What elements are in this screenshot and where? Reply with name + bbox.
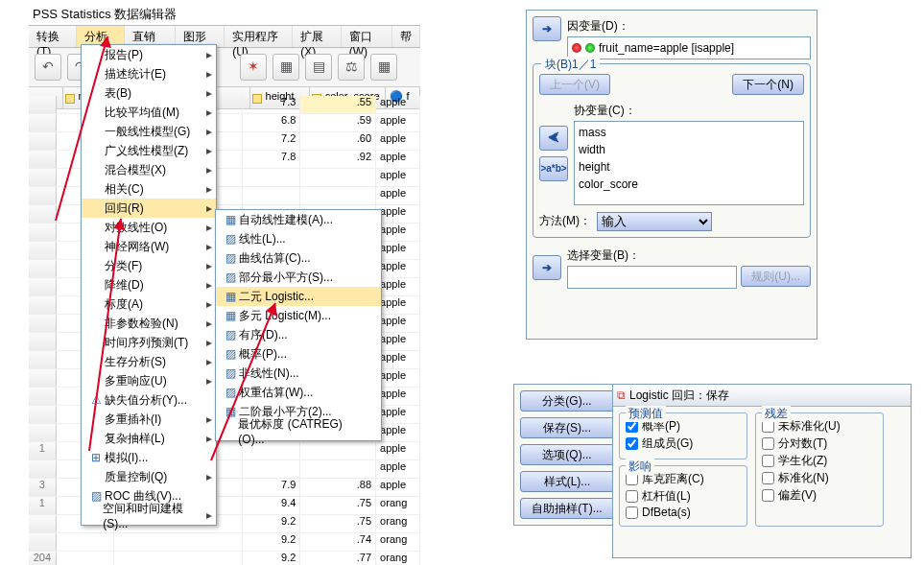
menu-item[interactable]: 质量控制(Q)▸ xyxy=(82,467,216,486)
analyze-menu[interactable]: 报告(P)▸描述统计(E)▸表(B)▸比较平均值(M)▸一般线性模型(G)▸广义… xyxy=(81,44,217,526)
checkbox-row[interactable]: 学生化(Z) xyxy=(762,453,877,469)
menu-item[interactable]: ▨有序(D)... xyxy=(216,325,381,344)
menu-item[interactable]: ▨概率(P)... xyxy=(216,344,381,364)
menu-item[interactable]: 非参数检验(N)▸ xyxy=(82,314,216,333)
menu-item[interactable]: ▨曲线估算(C)... xyxy=(216,248,381,268)
cov-item[interactable]: height xyxy=(579,158,799,176)
side-button[interactable]: 分类(G)... xyxy=(520,390,614,412)
menu-item[interactable]: 标度(A)▸ xyxy=(82,294,216,314)
toolbar-more-icon[interactable]: ▦ xyxy=(370,54,397,81)
menu-item[interactable]: 最优标度 (CATREG)(O)... xyxy=(216,421,381,440)
menu-item[interactable]: ▦自动线性建模(A)... xyxy=(216,210,381,229)
checkbox[interactable] xyxy=(626,490,638,503)
resid-group: 残差 未标准化(U)分对数(T)学生化(Z)标准化(N)偏差(V) xyxy=(755,412,884,527)
dep-label: 因变量(D)： xyxy=(567,18,811,35)
side-button[interactable]: 选项(Q)... xyxy=(520,444,614,465)
cov-item[interactable]: mass xyxy=(579,124,799,141)
logistic-dialog: ➔ 因变量(D)： fruit_name=apple [isapple] 块(B… xyxy=(526,10,817,340)
toolbar-balance-icon[interactable]: ⚖ xyxy=(338,54,365,81)
menu-item[interactable]: 一般线性模型(G)▸ xyxy=(82,122,216,141)
menu-7[interactable]: 帮 xyxy=(392,26,420,47)
toolbar-table-icon[interactable]: ▤ xyxy=(305,54,332,81)
menu-item[interactable]: ⊞模拟(I)... xyxy=(82,448,216,467)
selvar-field[interactable] xyxy=(567,266,737,289)
menu-item[interactable]: 描述统计(E)▸ xyxy=(82,64,216,83)
pred-group: 预测值 概率(P)组成员(G) xyxy=(619,412,747,459)
menu-item[interactable]: 混合模型(X)▸ xyxy=(82,160,216,179)
side-button[interactable]: 自助抽样(T)... xyxy=(520,498,614,519)
menu-item[interactable]: 多重插补(I)▸ xyxy=(82,410,216,429)
move-dep-button[interactable]: ➔ xyxy=(533,16,561,41)
cov-label: 协变量(C)： xyxy=(574,103,804,119)
side-button[interactable]: 样式(L)... xyxy=(520,471,614,492)
menu-item[interactable]: 时间序列预测(T)▸ xyxy=(82,333,216,352)
influence-legend: 影响 xyxy=(626,459,654,475)
checkbox-row[interactable]: 组成员(G) xyxy=(626,436,741,452)
cov-list[interactable]: masswidthheightcolor_score xyxy=(574,121,804,205)
menu-item[interactable]: ▨非线性(N)... xyxy=(216,364,381,383)
menu-icon: ▨ xyxy=(222,271,239,284)
menu-item[interactable]: 空间和时间建模(S)...▸ xyxy=(82,506,216,525)
menu-icon: ▨ xyxy=(222,328,239,341)
menu-icon: ▦ xyxy=(222,213,239,226)
checkbox[interactable] xyxy=(626,437,638,450)
menu-item[interactable]: ⚠缺失值分析(Y)... xyxy=(82,390,216,410)
menu-4[interactable]: 实用程序(U) xyxy=(225,26,293,47)
menu-item[interactable]: ▦二元 Logistic... xyxy=(216,287,381,306)
menu-item[interactable]: 相关(C)▸ xyxy=(82,179,216,199)
menu-item[interactable]: ▨部分最小平方(S)... xyxy=(216,268,381,287)
regression-submenu[interactable]: ▦自动线性建模(A)...▨线性(L)...▨曲线估算(C)...▨部分最小平方… xyxy=(215,209,382,441)
menu-item[interactable]: 分类(F)▸ xyxy=(82,256,216,275)
prev-block-button[interactable]: 上一个(V) xyxy=(539,74,610,95)
table-row[interactable]: 2049.2.77orang xyxy=(29,552,420,565)
menu-icon: ▦ xyxy=(222,309,239,322)
next-block-button[interactable]: 下一个(N) xyxy=(732,74,804,95)
dep-field[interactable]: fruit_name=apple [isapple] xyxy=(567,36,811,59)
menu-item[interactable]: 神经网络(W)▸ xyxy=(82,237,216,256)
menu-6[interactable]: 窗口(W) xyxy=(342,26,392,47)
menu-item[interactable]: 生存分析(S)▸ xyxy=(82,352,216,371)
menu-item[interactable]: ▨线性(L)... xyxy=(216,229,381,248)
checkbox-row[interactable]: 杠杆值(L) xyxy=(626,488,741,505)
checkbox[interactable] xyxy=(762,489,774,502)
method-select[interactable]: 输入 xyxy=(597,212,712,231)
toolbar-grid-icon[interactable]: ▦ xyxy=(272,54,299,81)
checkbox-row[interactable]: DfBeta(s) xyxy=(626,506,741,519)
dialog-title: Logistic 回归：保存 xyxy=(629,388,729,404)
toolbar-chart-icon[interactable]: ✶ xyxy=(240,54,267,81)
move-cov-button[interactable]: ⮜ xyxy=(539,126,568,151)
menu-icon: ⊞ xyxy=(87,451,105,464)
menu-item[interactable]: 降维(D)▸ xyxy=(82,275,216,294)
cov-item[interactable]: width xyxy=(579,141,799,158)
checkbox[interactable] xyxy=(762,472,774,484)
checkbox[interactable] xyxy=(762,437,774,450)
menu-item[interactable]: 表(B)▸ xyxy=(82,83,216,103)
menu-item[interactable]: 复杂抽样(L)▸ xyxy=(82,429,216,448)
checkbox-row[interactable]: 分对数(T) xyxy=(762,436,877,452)
checkbox-row[interactable]: 标准化(N) xyxy=(762,470,877,486)
interact-button[interactable]: >a*b> xyxy=(539,156,568,181)
move-selvar-button[interactable]: ➔ xyxy=(533,255,561,280)
checkbox[interactable] xyxy=(762,455,774,467)
checkbox[interactable] xyxy=(626,506,638,519)
menu-item[interactable]: 广义线性模型(Z)▸ xyxy=(82,141,216,160)
app-icon: ⧉ xyxy=(617,388,626,402)
menu-item[interactable]: 比较平均值(M)▸ xyxy=(82,103,216,122)
menu-item[interactable]: 多重响应(U)▸ xyxy=(82,371,216,390)
menu-item[interactable]: ▨权重估算(W)... xyxy=(216,383,381,402)
menu-item[interactable]: ▦多元 Logistic(M)... xyxy=(216,306,381,325)
toolbar-undo-icon[interactable]: ↶ xyxy=(35,54,61,81)
menu-0[interactable]: 转换(T) xyxy=(29,26,77,47)
side-button[interactable]: 保存(S)... xyxy=(520,417,614,438)
checkbox-row[interactable]: 偏差(V) xyxy=(762,487,877,504)
menu-item[interactable]: 报告(P)▸ xyxy=(82,45,216,64)
block-fieldset: 块(B)1／1 上一个(V) 下一个(N) ⮜ >a*b> 协变量(C)： ma… xyxy=(533,63,811,238)
menu-5[interactable]: 扩展(X) xyxy=(293,26,341,47)
table-row[interactable]: 9.2.74orang xyxy=(29,533,420,552)
resid-legend: 残差 xyxy=(762,406,791,422)
dialog-titlebar: ⧉ Logistic 回归：保存 xyxy=(613,385,911,407)
rule-button[interactable]: 规则(U)... xyxy=(741,266,811,287)
menu-item[interactable]: 对数线性(O)▸ xyxy=(82,218,216,237)
menu-item[interactable]: 回归(R)▸ xyxy=(82,199,216,218)
cov-item[interactable]: color_score xyxy=(579,176,799,193)
